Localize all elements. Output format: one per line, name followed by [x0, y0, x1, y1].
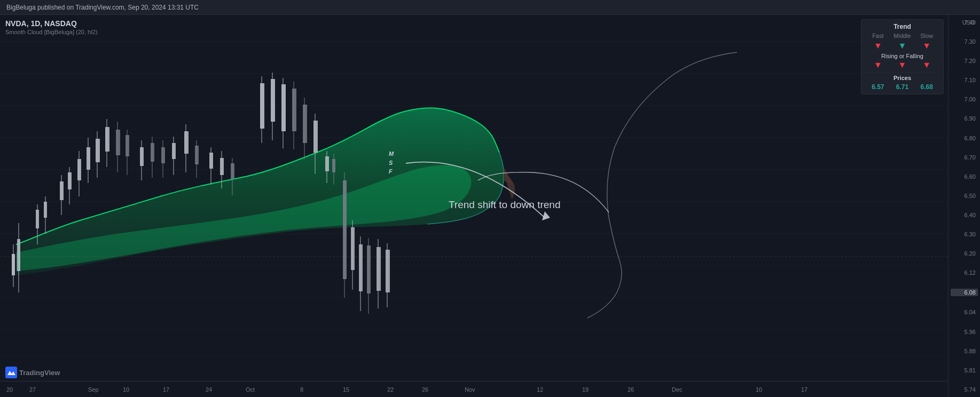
- time-12: 12: [537, 386, 543, 393]
- svg-rect-19: [44, 202, 47, 218]
- tv-watermark: TradingView: [5, 367, 60, 378]
- svg-rect-25: [77, 159, 81, 180]
- svg-rect-53: [231, 163, 234, 179]
- price-6-20: 6.20: [951, 250, 978, 257]
- svg-rect-65: [313, 121, 318, 153]
- price-7-00: 7.00: [951, 96, 978, 102]
- svg-rect-79: [377, 247, 381, 291]
- price-5-96: 5.96: [951, 329, 978, 335]
- time-26: 26: [422, 386, 428, 393]
- time-20: 20: [6, 386, 13, 393]
- time-axis: 20 27 Sep 10 17 24 Oct 8 15 22 26 Nov 12…: [0, 381, 948, 397]
- time-10b: 10: [756, 386, 762, 393]
- svg-rect-47: [195, 146, 199, 164]
- price-6-50: 6.50: [951, 193, 978, 199]
- svg-rect-73: [351, 227, 355, 270]
- rising-falling-label: Rising or Falling: [866, 53, 939, 59]
- trend-columns-row: Fast Middle Slow: [866, 33, 939, 39]
- price-5-88: 5.88: [951, 348, 978, 354]
- price-current: 6.08: [951, 289, 978, 296]
- svg-rect-77: [367, 245, 371, 293]
- time-10: 10: [123, 386, 129, 393]
- price-6-04: 6.04: [951, 309, 978, 315]
- chart-svg-area: M S F Trend shift to down trend: [0, 15, 948, 381]
- time-17: 17: [163, 386, 169, 393]
- price-6-80: 6.80: [951, 135, 978, 141]
- svg-rect-15: [17, 239, 20, 271]
- price-6-70: 6.70: [951, 154, 978, 161]
- trend-panel: Trend Fast Middle Slow ▼ ▼ ▼ Rising or F…: [861, 19, 944, 94]
- time-sep: Sep: [88, 386, 99, 393]
- price-7-30: 7.30: [951, 38, 978, 45]
- time-17b: 17: [801, 386, 807, 393]
- fast-price: 6.57: [867, 83, 889, 91]
- svg-rect-67: [325, 156, 329, 171]
- usd-label: USD: [962, 19, 975, 26]
- time-nov: Nov: [465, 386, 475, 393]
- svg-rect-81: [386, 250, 390, 292]
- svg-rect-29: [96, 139, 100, 162]
- svg-rect-59: [281, 84, 286, 131]
- svg-rect-61: [292, 89, 296, 131]
- trend-divider: [866, 72, 939, 73]
- time-27: 27: [29, 386, 36, 393]
- rising-falling-arrows-row: ▼ ▼ ▼: [866, 60, 939, 70]
- svg-rect-39: [151, 143, 154, 162]
- svg-rect-21: [60, 181, 64, 200]
- topbar: BigBeluga published on TradingView.com, …: [0, 0, 980, 15]
- slow-direction-arrow: ▼: [916, 41, 937, 51]
- trend-direction-row: ▼ ▼ ▼: [866, 41, 939, 51]
- time-22: 22: [387, 386, 394, 393]
- symbol-info: NVDA, 1D, NASDAQ Smooth Cloud [BigBeluga…: [5, 19, 97, 35]
- middle-rising-arrow: ▼: [891, 60, 913, 70]
- time-oct: Oct: [246, 386, 255, 393]
- svg-rect-55: [260, 83, 264, 129]
- price-scale: 7.40 7.30 7.20 7.10 7.00 6.90 6.80 6.70 …: [948, 15, 980, 397]
- chart-container: NVDA, 1D, NASDAQ Smooth Cloud [BigBeluga…: [0, 15, 980, 397]
- price-5-81: 5.81: [951, 367, 978, 374]
- svg-rect-75: [359, 244, 363, 291]
- price-6-90: 6.90: [951, 115, 978, 122]
- svg-rect-71: [343, 180, 347, 279]
- svg-rect-35: [126, 135, 129, 156]
- tradingview-text: TradingView: [19, 369, 60, 377]
- svg-rect-83: [5, 367, 17, 378]
- svg-rect-41: [161, 147, 165, 163]
- svg-rect-49: [209, 153, 213, 169]
- svg-rect-51: [220, 158, 224, 175]
- price-7-20: 7.20: [951, 58, 978, 64]
- time-15: 15: [343, 386, 349, 393]
- fast-rising-arrow: ▼: [867, 60, 889, 70]
- svg-rect-13: [12, 254, 15, 275]
- time-8: 8: [300, 386, 303, 393]
- fast-direction-arrow: ▼: [867, 41, 889, 51]
- svg-rect-17: [36, 210, 39, 228]
- svg-rect-69: [332, 159, 335, 172]
- prices-title: Prices: [866, 75, 939, 81]
- svg-rect-31: [105, 127, 109, 152]
- topbar-text: BigBeluga published on TradingView.com, …: [6, 4, 199, 11]
- svg-rect-43: [172, 143, 176, 159]
- price-6-40: 6.40: [951, 212, 978, 218]
- svg-rect-37: [140, 147, 144, 166]
- svg-rect-23: [68, 172, 72, 189]
- price-5-74: 5.74: [951, 386, 978, 393]
- price-6-12: 6.12: [951, 269, 978, 276]
- svg-rect-33: [116, 130, 120, 155]
- svg-rect-63: [303, 105, 307, 143]
- symbol-title: NVDA, 1D, NASDAQ: [5, 19, 97, 28]
- fast-label: Fast: [867, 33, 889, 39]
- time-dec: Dec: [672, 386, 683, 393]
- time-26b: 26: [628, 386, 634, 393]
- slow-label: Slow: [916, 33, 937, 39]
- middle-direction-arrow: ▼: [891, 41, 913, 51]
- prices-row: 6.57 6.71 6.68: [866, 83, 939, 91]
- price-6-60: 6.60: [951, 173, 978, 180]
- tradingview-logo-icon: [5, 367, 17, 378]
- svg-rect-57: [271, 79, 275, 122]
- middle-label: Middle: [891, 33, 913, 39]
- middle-price: 6.71: [891, 83, 913, 91]
- svg-rect-27: [87, 147, 90, 170]
- slow-price: 6.68: [916, 83, 937, 91]
- svg-rect-45: [184, 131, 189, 154]
